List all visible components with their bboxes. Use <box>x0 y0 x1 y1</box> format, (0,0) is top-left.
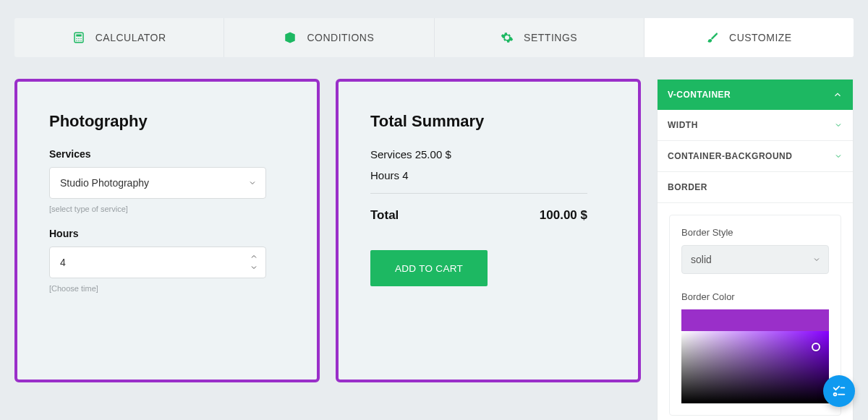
tab-customize[interactable]: CUSTOMIZE <box>644 18 854 57</box>
help-fab[interactable] <box>823 375 855 407</box>
form-card: Photography Services Studio Photography … <box>14 79 320 382</box>
hours-label: Hours <box>49 228 285 239</box>
svg-point-4 <box>80 38 82 40</box>
divider <box>370 193 587 194</box>
chevron-down-icon <box>834 121 843 129</box>
border-style-select[interactable]: solid <box>681 245 829 274</box>
summary-line-services: Services 25.00 $ <box>370 148 606 160</box>
step-down[interactable] <box>250 263 258 273</box>
total-label: Total <box>370 208 399 223</box>
svg-point-2 <box>76 38 77 40</box>
chevron-down-icon <box>248 179 257 187</box>
sidebar-item-label: BORDER <box>668 182 707 192</box>
sidebar-header-label: V-CONTAINER <box>668 90 731 100</box>
border-color-label: Border Color <box>681 291 829 302</box>
sidebar-item-label: WIDTH <box>668 120 698 130</box>
services-select[interactable]: Studio Photography <box>49 167 266 199</box>
tab-label: SETTINGS <box>524 32 577 43</box>
chevron-down-icon <box>812 255 821 264</box>
sidebar-header[interactable]: V-CONTAINER <box>658 80 853 110</box>
hours-input[interactable]: 4 <box>49 247 266 278</box>
hours-hint: [Choose time] <box>49 284 285 293</box>
summary-title: Total Summary <box>370 112 606 131</box>
form-title: Photography <box>49 112 285 131</box>
total-value: 100.00 $ <box>540 208 587 223</box>
summary-line-hours: Hours 4 <box>370 169 606 181</box>
services-value: Studio Photography <box>60 177 149 189</box>
picker-handle[interactable] <box>812 343 820 351</box>
chevron-down-icon <box>834 152 843 160</box>
sidebar-item-width[interactable]: WIDTH <box>658 110 853 141</box>
hours-value: 4 <box>60 257 66 268</box>
brush-icon <box>706 31 719 44</box>
border-style-label: Border Style <box>681 227 829 238</box>
total-row: Total 100.00 $ <box>370 208 587 223</box>
services-hint: [select type of service] <box>49 205 285 213</box>
color-picker[interactable] <box>681 331 829 403</box>
add-to-cart-button[interactable]: ADD TO CART <box>370 250 488 286</box>
summary-card: Total Summary Services 25.00 $ Hours 4 T… <box>336 79 641 382</box>
tab-calculator[interactable]: CALCULATOR <box>14 18 224 57</box>
calculator-icon <box>72 31 85 44</box>
quantity-stepper <box>250 247 258 278</box>
sidebar-item-label: CONTAINER-BACKGROUND <box>668 151 792 161</box>
box-icon <box>284 31 297 44</box>
sidebar-item-border[interactable]: BORDER <box>658 172 853 203</box>
svg-point-3 <box>78 38 80 40</box>
customize-sidebar: V-CONTAINER WIDTH CONTAINER-BACKGROUND B… <box>657 79 854 420</box>
sidebar-item-background[interactable]: CONTAINER-BACKGROUND <box>658 141 853 172</box>
svg-point-5 <box>76 40 77 42</box>
svg-point-9 <box>834 393 837 396</box>
tab-label: CUSTOMIZE <box>729 32 792 43</box>
tab-settings[interactable]: SETTINGS <box>435 18 644 57</box>
svg-point-6 <box>78 40 80 42</box>
tab-conditions[interactable]: CONDITIONS <box>224 18 434 57</box>
svg-rect-1 <box>76 35 82 37</box>
services-label: Services <box>49 148 285 160</box>
color-preview[interactable] <box>681 309 829 331</box>
svg-point-7 <box>80 40 82 42</box>
tabs: CALCULATOR CONDITIONS SETTINGS CUSTOMIZE <box>14 18 854 57</box>
border-panel: Border Style solid Border Color <box>669 215 841 416</box>
gear-icon <box>501 31 514 44</box>
tab-label: CONDITIONS <box>307 32 374 43</box>
chevron-up-icon <box>833 90 843 100</box>
step-up[interactable] <box>250 252 258 262</box>
tab-label: CALCULATOR <box>95 32 166 43</box>
border-style-value: solid <box>691 254 712 265</box>
